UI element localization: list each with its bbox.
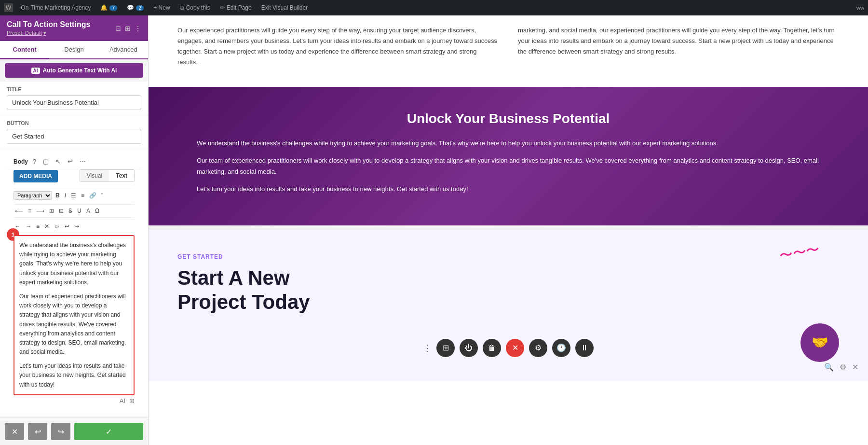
bold-btn[interactable]: B xyxy=(54,191,61,200)
content-left-text: Our experienced practitioners will guide… xyxy=(177,25,499,68)
admin-bar: W On-Time Marketing Agency 🔔 7 💬 2 + New… xyxy=(0,0,868,15)
content-top-section: Our experienced practitioners will guide… xyxy=(149,15,868,87)
dot-menu-btn[interactable]: ⋮ xyxy=(423,343,432,353)
bottom-right-icons: 🔍 ⚙ ✕ xyxy=(824,362,858,372)
link-btn[interactable]: 🔗 xyxy=(88,191,98,200)
body-paragraph-1: We understand the business's challenges … xyxy=(19,241,129,287)
copy-this-btn[interactable]: ⧉ Copy this xyxy=(178,4,212,11)
italic-btn[interactable]: I xyxy=(63,191,68,200)
cta-section: Unlock Your Business Potential We unders… xyxy=(149,87,868,225)
save-button[interactable]: ✓ xyxy=(74,423,143,440)
align-right-btn[interactable]: ⟶ xyxy=(35,207,46,215)
indent-in-btn[interactable]: → xyxy=(24,222,33,231)
section-separator xyxy=(149,225,868,229)
settings2-icon[interactable]: ⚙ xyxy=(840,362,846,372)
title-label: Title xyxy=(7,86,141,92)
edit-icon: ✏ xyxy=(220,4,225,11)
body-label: Body xyxy=(14,158,28,165)
grid-action-btn[interactable]: ⊞ xyxy=(436,339,455,357)
preset-label[interactable]: Preset: Default xyxy=(7,30,42,36)
ul-btn[interactable]: ☰ xyxy=(69,191,78,200)
more-icon[interactable]: ⋮ xyxy=(135,25,141,32)
indent-btn[interactable]: ⊞ xyxy=(48,207,55,215)
bell-icon: 🔔 xyxy=(100,4,108,11)
power-action-btn[interactable]: ⏻ xyxy=(460,339,478,357)
redo2-btn[interactable]: ↪ xyxy=(73,222,81,231)
more-body-icon[interactable]: ⋯ xyxy=(78,157,88,166)
body-content-box[interactable]: We understand the business's challenges … xyxy=(14,235,135,395)
strikethrough-btn[interactable]: S̶ xyxy=(67,207,74,215)
font-color-btn[interactable]: A xyxy=(85,207,92,215)
help-icon[interactable]: ? xyxy=(31,157,38,166)
editor-toolbar-row1: Paragraph B I ☰ ≡ 🔗 " xyxy=(14,189,135,202)
close2-icon[interactable]: ✕ xyxy=(852,362,858,372)
ai-bottom-icon[interactable]: AI xyxy=(120,397,125,404)
new-btn[interactable]: + New xyxy=(151,4,172,11)
blockquote-btn[interactable]: " xyxy=(100,191,105,200)
editor-toolbar-row2: ⟵ ≡ ⟶ ⊞ ⊟ S̶ U̲ A Ω xyxy=(14,204,135,218)
expand-icon[interactable]: ⊞ xyxy=(125,25,131,32)
special-chars-btn[interactable]: Ω xyxy=(94,207,101,215)
minimize-icon[interactable]: ⊡ xyxy=(115,25,121,32)
content-area: Our experienced practitioners will guide… xyxy=(149,15,868,445)
panel-header-icons: ⊡ ⊞ ⋮ xyxy=(115,25,141,32)
settings-action-btn[interactable]: ⚙ xyxy=(529,339,547,357)
pause-action-btn[interactable]: ⏸ xyxy=(575,339,594,357)
user-avatar: ww xyxy=(856,5,864,11)
tab-text[interactable]: Text xyxy=(109,170,134,181)
close-action-btn[interactable]: ✕ xyxy=(506,339,524,357)
panel-tabs: Content Design Advanced xyxy=(0,41,148,59)
align-left-btn[interactable]: ⟵ xyxy=(14,207,25,215)
history-action-btn[interactable]: 🕐 xyxy=(552,339,570,357)
cancel-button[interactable]: ✕ xyxy=(5,423,24,440)
paragraph-select[interactable]: Paragraph xyxy=(14,191,52,200)
title-field-group: Title xyxy=(0,82,148,115)
zoom-icon[interactable]: 🔍 xyxy=(824,362,834,372)
cta-paragraph-2: Our team of experienced practitioners wi… xyxy=(197,155,820,177)
align-justify-btn[interactable]: ≡ xyxy=(35,222,41,231)
square-icon[interactable]: ▢ xyxy=(41,157,51,166)
table-btn[interactable]: ⊟ xyxy=(57,207,65,215)
avatar-icon: 🤝 xyxy=(812,334,828,350)
panel-title: Call To Action Settings xyxy=(7,20,90,29)
emoji-btn[interactable]: ☺ xyxy=(53,222,61,231)
add-media-button[interactable]: ADD MEDIA xyxy=(14,170,58,182)
button-input[interactable] xyxy=(7,129,141,144)
button-field-group: Button xyxy=(0,115,148,149)
notifications-btn[interactable]: 🔔 7 xyxy=(98,4,119,11)
editor-toolbar-row3: ← → ≡ ✕ ☺ ↩ ↪ xyxy=(14,220,135,233)
title-input[interactable] xyxy=(7,95,141,110)
cursor-icon[interactable]: ↖ xyxy=(54,157,63,166)
tab-content[interactable]: Content xyxy=(0,41,49,59)
exit-builder-btn[interactable]: Exit Visual Builder xyxy=(259,4,310,11)
undo-button[interactable]: ↩ xyxy=(28,423,47,440)
edit-page-btn[interactable]: ✏ Edit Page xyxy=(218,4,254,11)
ai-generate-button[interactable]: AI Auto Generate Text With AI xyxy=(5,63,143,78)
editor-bottom-icons: AI ⊞ xyxy=(14,395,135,406)
ol-btn[interactable]: ≡ xyxy=(80,191,86,200)
avatar-circle: 🤝 xyxy=(800,323,839,362)
align-center-btn[interactable]: ≡ xyxy=(27,207,33,215)
comments-btn[interactable]: 💬 2 xyxy=(125,4,146,11)
tab-visual[interactable]: Visual xyxy=(80,170,109,181)
main-container: Call To Action Settings Preset: Default … xyxy=(0,15,868,445)
clear-btn[interactable]: ✕ xyxy=(43,222,51,231)
redo-button[interactable]: ↪ xyxy=(51,423,70,440)
delete-action-btn[interactable]: 🗑 xyxy=(483,339,501,357)
tab-advanced[interactable]: Advanced xyxy=(99,41,148,59)
undo2-btn[interactable]: ↩ xyxy=(63,222,71,231)
get-started-title: Start A New Project Today xyxy=(177,266,839,315)
get-started-label: GET STARTED xyxy=(177,253,839,260)
wp-logo[interactable]: W xyxy=(4,3,13,12)
ai-icon: AI xyxy=(31,68,40,74)
site-name[interactable]: On-Time Marketing Agency xyxy=(19,4,93,11)
undo-icon[interactable]: ↩ xyxy=(66,157,75,166)
grid-bottom-icon[interactable]: ⊞ xyxy=(129,397,135,404)
button-label: Button xyxy=(7,120,141,126)
wp-icon: W xyxy=(6,4,11,11)
body-content-wrapper: 1 We understand the business's challenge… xyxy=(14,235,135,395)
underline-btn[interactable]: U̲ xyxy=(76,207,83,215)
cta-paragraph-1: We understand the business's challenges … xyxy=(197,138,820,149)
tab-design[interactable]: Design xyxy=(49,41,98,59)
cta-body: We understand the business's challenges … xyxy=(197,138,820,194)
